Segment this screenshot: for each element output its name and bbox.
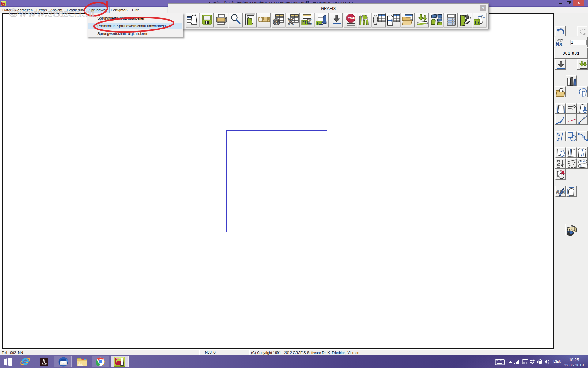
- svg-text:F11: F11: [302, 21, 308, 25]
- svg-text:G: G: [273, 17, 280, 27]
- svg-text:F7: F7: [475, 20, 480, 25]
- svg-text:X: X: [288, 17, 294, 27]
- svg-text:STOP: STOP: [348, 17, 355, 20]
- svg-text:F12: F12: [317, 21, 323, 25]
- svg-text:Nx: Nx: [556, 41, 562, 47]
